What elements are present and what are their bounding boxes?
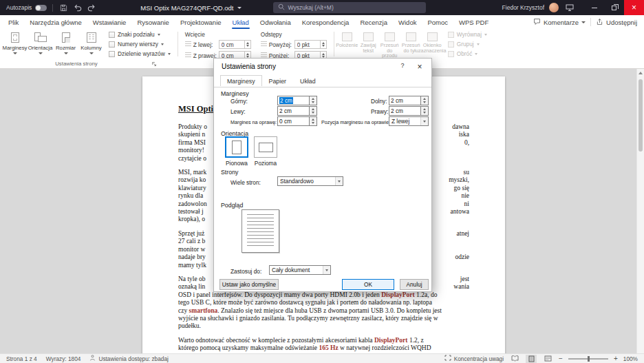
margins-button[interactable]: Marginesy: [2, 29, 28, 59]
page-setup-dialog-launcher[interactable]: [151, 61, 158, 68]
orientation-button[interactable]: Orientacja: [28, 29, 53, 59]
apply-to-label: Zastosuj do:: [230, 268, 261, 275]
dialog-tab-uklad[interactable]: Układ: [293, 75, 323, 86]
share-button[interactable]: Udostępnij: [596, 18, 637, 27]
indent-left-icon: [185, 41, 191, 48]
save-icon[interactable]: [58, 3, 69, 13]
tab-projektowanie[interactable]: Projektowanie: [175, 15, 227, 29]
ok-button[interactable]: OK: [342, 279, 394, 290]
left-margin-value[interactable]: 2 cm: [277, 106, 310, 116]
chevron-down-icon: [237, 7, 242, 9]
tab-plik[interactable]: Plik: [3, 15, 24, 29]
dialog-tabs: Marginesy Papier Układ: [220, 75, 323, 86]
tab-widok[interactable]: Widok: [393, 15, 422, 29]
chevron-down-icon: [420, 117, 428, 125]
zoom-slider-thumb[interactable]: [588, 356, 590, 362]
indent-left-input[interactable]: [219, 40, 245, 49]
chevron-down-icon: [168, 53, 171, 55]
bottom-margin-value[interactable]: 2 cm: [389, 96, 421, 105]
tab-rysowanie[interactable]: Rysowanie: [131, 15, 174, 29]
gutter-stepper[interactable]: [310, 116, 317, 126]
top-margin-stepper[interactable]: [310, 96, 317, 105]
multiple-pages-select[interactable]: Standardowo: [277, 176, 343, 186]
orientation-portrait-tile[interactable]: [225, 136, 248, 158]
tab-uklad[interactable]: Układ: [227, 15, 255, 29]
left-margin-stepper[interactable]: [310, 106, 317, 116]
tab-wstawianie[interactable]: Wstawianie: [87, 15, 132, 29]
cancel-button[interactable]: Anuluj: [400, 279, 429, 290]
gutter-position-select[interactable]: Z lewej: [389, 116, 429, 126]
redo-icon[interactable]: [86, 3, 96, 13]
page-count[interactable]: Strona 1 z 4: [6, 355, 37, 362]
line-numbers-icon: [109, 41, 115, 48]
tab-recenzja[interactable]: Recenzja: [354, 15, 393, 29]
scroll-up-arrow[interactable]: [638, 72, 643, 74]
close-button[interactable]: ×: [624, 0, 644, 15]
top-margin-label: Górny:: [230, 98, 248, 105]
bring-forward-button-disabled: Przesuń do przodu: [379, 31, 400, 59]
orientation-label: Orientacja: [28, 45, 53, 51]
page-size-icon: [62, 32, 70, 43]
minimize-icon: [592, 8, 597, 8]
tab-korespondencja[interactable]: Korespondencja: [297, 15, 355, 29]
undo-icon[interactable]: [72, 3, 83, 13]
left-margin-field[interactable]: 2 cm: [277, 106, 317, 116]
gutter-field[interactable]: 0 cm: [277, 116, 317, 126]
size-button[interactable]: Rozmiar: [53, 29, 78, 59]
page-setup-group-label: Ustawienia strony: [0, 61, 153, 67]
comments-button[interactable]: Komentarze: [533, 18, 586, 27]
dialog-tab-marginesy[interactable]: Marginesy: [220, 75, 262, 86]
autosave-toggle[interactable]: [35, 5, 47, 11]
present-icon[interactable]: [564, 3, 575, 13]
avatar[interactable]: [549, 3, 559, 12]
restore-button[interactable]: [604, 0, 624, 15]
columns-button[interactable]: Kolumny: [78, 29, 104, 59]
zoom-slider[interactable]: [568, 358, 608, 360]
right-margin-stepper[interactable]: [421, 106, 429, 116]
focus-mode-button[interactable]: Koncentracja uwagi: [444, 355, 504, 362]
set-default-button[interactable]: Ustaw jako domyślne: [219, 279, 279, 290]
spacing-before-stepper[interactable]: [321, 40, 327, 49]
read-mode-view-button[interactable]: [509, 355, 520, 363]
right-margin-field[interactable]: 2 cm: [389, 106, 429, 116]
right-margin-value[interactable]: 2 cm: [389, 106, 421, 116]
dialog-close-button[interactable]: ×: [411, 61, 428, 72]
share-icon: [596, 18, 603, 27]
portrait-label: Pionowa: [224, 160, 250, 167]
apply-to-select[interactable]: Cały dokument: [269, 265, 331, 275]
rotate-menu-disabled: Obróć: [448, 50, 487, 57]
zoom-level[interactable]: 100%: [623, 355, 638, 362]
indent-left-stepper[interactable]: [245, 40, 251, 49]
arrange-menus: Wyrównaj Grupuj Obróć: [443, 29, 492, 59]
line-numbers-menu[interactable]: Numery wierszy: [109, 41, 171, 48]
help-button[interactable]: ?: [397, 62, 408, 72]
print-layout-view-button[interactable]: [526, 355, 537, 363]
titlebar-divider: [52, 4, 53, 12]
tab-odwolania[interactable]: Odwołania: [255, 15, 297, 29]
top-margin-field[interactable]: 2 cm: [277, 96, 317, 105]
orientation-landscape-tile[interactable]: [254, 136, 277, 158]
tab-pomoc[interactable]: Pomoc: [422, 15, 453, 29]
page-setup-dialog: Ustawienia strony ? × Marginesy Papier U…: [213, 58, 432, 292]
vertical-scrollbar[interactable]: [636, 69, 644, 353]
scrollbar-thumb[interactable]: [638, 79, 643, 152]
bottom-margin-stepper[interactable]: [421, 96, 429, 105]
tab-wps-pdf[interactable]: WPS PDF: [453, 15, 494, 29]
doc-line: tego USB C, które może być zarówno dosta…: [178, 299, 469, 307]
accessibility-status[interactable]: Ustawienia dostępu: zbadaj: [89, 355, 168, 362]
hyphenation-menu[interactable]: Dzielenie wyrazów: [109, 50, 171, 57]
gutter-value[interactable]: 0 cm: [277, 116, 310, 126]
dialog-tab-papier[interactable]: Papier: [262, 75, 293, 86]
search-box[interactable]: Wyszukaj (Alt+M): [273, 2, 426, 13]
spacing-before-input[interactable]: [294, 40, 321, 49]
word-count[interactable]: Wyrazy: 1804: [46, 355, 81, 362]
minimize-button[interactable]: [584, 0, 604, 15]
bottom-margin-field[interactable]: 2 cm: [389, 96, 429, 105]
zoom-in-button[interactable]: +: [614, 355, 618, 362]
web-layout-view-button[interactable]: [542, 355, 553, 363]
zoom-out-button[interactable]: −: [559, 355, 563, 362]
top-margin-value[interactable]: 2 cm: [277, 96, 310, 105]
breaks-menu[interactable]: Znaki podziału: [109, 31, 171, 38]
document-title[interactable]: MSI Optix MAG274QRF-QD.odt: [140, 4, 241, 12]
tab-narzedzia-glowne[interactable]: Narzędzia główne: [24, 15, 87, 29]
